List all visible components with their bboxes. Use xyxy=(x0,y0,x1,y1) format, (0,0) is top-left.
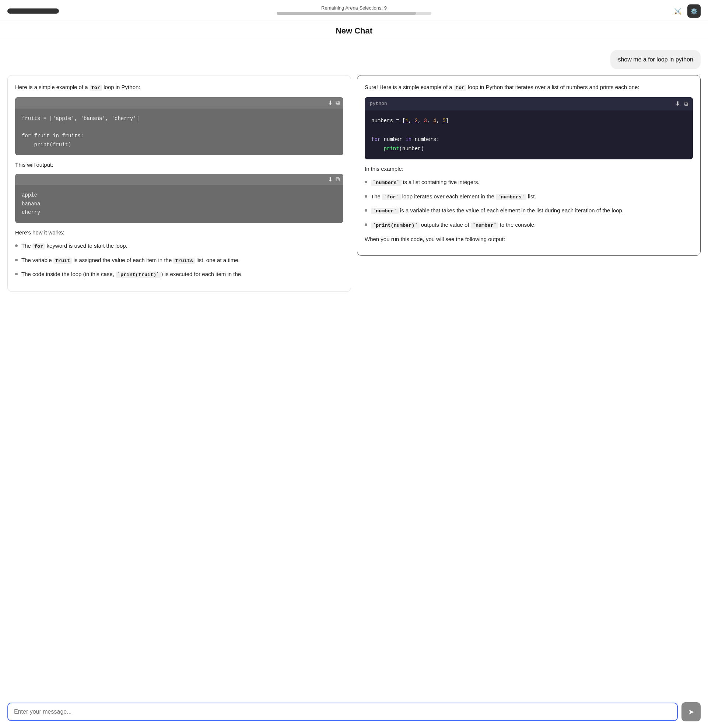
bullet-dot xyxy=(365,195,367,198)
left-intro-code: for xyxy=(90,85,102,91)
left-intro-before: Here is a simple example of a xyxy=(15,84,90,90)
left-code-block-2: apple banana cherry xyxy=(15,185,343,223)
numbers-code-inline-2: `numbers` xyxy=(496,194,527,200)
bullet-3-text: The code inside the loop (in this case, … xyxy=(21,270,241,279)
right-bullet-2: The `for` loop iterates over each elemen… xyxy=(371,192,536,201)
right-bullet-3: `number` is a variable that takes the va… xyxy=(371,206,624,215)
fruit-var-inline: fruit xyxy=(54,258,72,264)
remaining-bar-fill xyxy=(277,12,416,15)
copy-icon-button-2[interactable]: ⧉ xyxy=(335,176,339,183)
right-intro-text: Sure! Here is a simple example of a for … xyxy=(365,83,693,92)
list-item: The code inside the loop (in this case, … xyxy=(15,270,343,279)
list-item: The `for` loop iterates over each elemen… xyxy=(365,192,693,201)
top-bar: Remaining Arena Selections: 9 ⚔️ ⚙️ xyxy=(0,0,708,21)
responses-row: Here is a simple example of a for loop i… xyxy=(7,75,701,292)
sword-icon: ⚔️ xyxy=(674,8,682,15)
fruits-var-inline: fruits xyxy=(173,258,195,264)
chat-area: show me a for loop in python Here is a s… xyxy=(0,41,708,728)
right-code-block-header: python ⬇ ⧉ xyxy=(365,97,693,111)
remaining-bar-track xyxy=(277,12,431,15)
dark-copy-button[interactable]: ⧉ xyxy=(684,100,688,107)
print-fruit-inline: `print(fruit)` xyxy=(116,272,161,278)
list-item: `numbers` is a list containing five inte… xyxy=(365,178,693,187)
left-code-block-2-wrapper: ⬇ ⧉ apple banana cherry xyxy=(15,174,343,223)
remaining-bar-wrapper: Remaining Arena Selections: 9 xyxy=(277,5,431,15)
right-bullet-list: `numbers` is a list containing five inte… xyxy=(365,178,693,229)
left-bullet-list: The for keyword is used to start the loo… xyxy=(15,242,343,279)
bullet-dot xyxy=(365,223,367,226)
dark-download-button[interactable]: ⬇ xyxy=(675,100,680,107)
right-for-inline: for xyxy=(454,85,466,91)
remaining-text: Remaining Arena Selections: 9 xyxy=(321,5,387,11)
left-code-block-1: fruits = ['apple', 'banana', 'cherry'] f… xyxy=(15,109,343,155)
number-inline-2: `number` xyxy=(471,222,498,229)
bullet-dot xyxy=(15,273,18,275)
user-bubble: show me a for loop in python xyxy=(610,50,701,69)
message-input[interactable] xyxy=(7,703,678,721)
list-item: The variable fruit is assigned the value… xyxy=(15,256,343,265)
bullet-2-text: The variable fruit is assigned the value… xyxy=(21,256,240,265)
download-icon-button-1[interactable]: ⬇ xyxy=(328,99,333,106)
progress-bar xyxy=(7,9,59,14)
left-code-block-2-header: ⬇ ⧉ xyxy=(15,174,343,185)
right-bullet-1: `numbers` is a list containing five inte… xyxy=(371,178,480,187)
list-item: The for keyword is used to start the loo… xyxy=(15,242,343,250)
code-lang-label: python xyxy=(370,100,387,108)
user-message-row: show me a for loop in python xyxy=(7,50,701,69)
left-intro-text: Here is a simple example of a for loop i… xyxy=(15,83,343,92)
bullet-dot xyxy=(15,245,18,247)
right-bullet-4: `print(number)` outputs the value of `nu… xyxy=(371,220,535,230)
dark-code-icons: ⬇ ⧉ xyxy=(675,100,688,107)
copy-icon-button-1[interactable]: ⧉ xyxy=(335,99,339,106)
right-code-block-wrapper: python ⬇ ⧉ numbers = [1, 2, 3, 4, 5] for… xyxy=(365,97,693,160)
download-icon-button-2[interactable]: ⬇ xyxy=(328,176,333,183)
send-icon: ➤ xyxy=(688,708,694,716)
page-title-row: New Chat xyxy=(0,21,708,41)
list-item: `print(number)` outputs the value of `nu… xyxy=(365,220,693,230)
sword-icon-button[interactable]: ⚔️ xyxy=(671,4,685,18)
gear-icon: ⚙️ xyxy=(690,8,698,15)
left-output-label: This will output: xyxy=(15,161,343,169)
top-bar-left xyxy=(7,9,59,14)
right-response-panel: Sure! Here is a simple example of a for … xyxy=(357,75,701,256)
right-code-block: numbers = [1, 2, 3, 4, 5] for number in … xyxy=(365,110,693,159)
right-when-label: When you run this code, you will see the… xyxy=(365,235,693,244)
gear-icon-button[interactable]: ⚙️ xyxy=(688,4,701,18)
bullet-dot xyxy=(15,259,18,261)
right-intro-before: Sure! Here is a simple example of a xyxy=(365,84,454,90)
for-code-inline-2: `for` xyxy=(382,194,401,200)
left-code-block-1-header: ⬇ ⧉ xyxy=(15,97,343,109)
bullet-dot xyxy=(365,181,367,183)
numbers-code-inline: `numbers` xyxy=(371,179,402,186)
input-bar: ➤ xyxy=(0,697,708,728)
bullet-1-text: The for keyword is used to start the loo… xyxy=(21,242,128,250)
left-code-block-1-wrapper: ⬇ ⧉ fruits = ['apple', 'banana', 'cherry… xyxy=(15,97,343,155)
send-button[interactable]: ➤ xyxy=(682,702,701,721)
list-item: `number` is a variable that takes the va… xyxy=(365,206,693,215)
user-message-text: show me a for loop in python xyxy=(618,56,693,62)
right-example-label: In this example: xyxy=(365,165,693,173)
left-response-panel: Here is a simple example of a for loop i… xyxy=(7,75,351,292)
for-keyword-inline: for xyxy=(32,243,45,249)
right-intro-after: loop in Python that iterates over a list… xyxy=(466,84,639,90)
page-title: New Chat xyxy=(0,26,708,36)
left-works-label: Here's how it works: xyxy=(15,228,343,237)
bullet-dot xyxy=(365,209,367,211)
top-bar-right: ⚔️ ⚙️ xyxy=(671,4,701,18)
number-code-inline: `number` xyxy=(371,208,399,214)
left-intro-after: loop in Python: xyxy=(102,84,140,90)
print-number-inline: `print(number)` xyxy=(371,222,419,229)
